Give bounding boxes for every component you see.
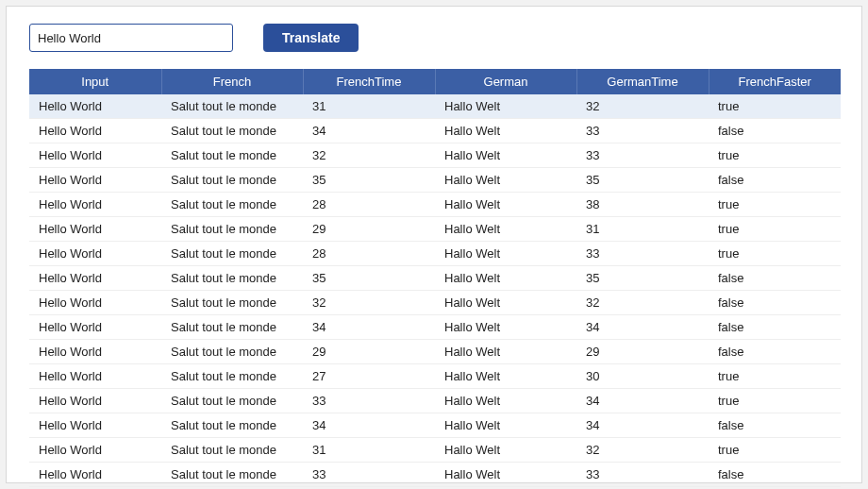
cell-german: Hallo Welt bbox=[435, 193, 576, 217]
cell-german: Hallo Welt bbox=[435, 413, 576, 438]
table-row[interactable]: Hello WorldSalut tout le monde34Hallo We… bbox=[29, 413, 841, 438]
table-row[interactable]: Hello WorldSalut tout le monde34Hallo We… bbox=[29, 315, 841, 340]
cell-germantime: 35 bbox=[576, 266, 709, 291]
cell-french: Salut tout le monde bbox=[161, 119, 303, 143]
cell-input: Hello World bbox=[29, 168, 161, 193]
cell-input: Hello World bbox=[29, 266, 161, 291]
header-german[interactable]: German bbox=[435, 69, 576, 94]
cell-germantime: 35 bbox=[576, 168, 709, 193]
cell-germantime: 33 bbox=[576, 463, 709, 487]
cell-frenchtime: 34 bbox=[303, 413, 435, 438]
table-row[interactable]: Hello WorldSalut tout le monde32Hallo We… bbox=[29, 291, 841, 315]
cell-french: Salut tout le monde bbox=[161, 463, 303, 487]
cell-input: Hello World bbox=[29, 119, 161, 143]
cell-frenchfaster: true bbox=[709, 438, 841, 463]
header-input[interactable]: Input bbox=[29, 69, 161, 94]
cell-frenchtime: 34 bbox=[303, 315, 435, 340]
cell-french: Salut tout le monde bbox=[161, 340, 303, 364]
header-french[interactable]: French bbox=[161, 69, 303, 94]
cell-input: Hello World bbox=[29, 389, 161, 413]
cell-french: Salut tout le monde bbox=[161, 193, 303, 217]
cell-frenchfaster: false bbox=[709, 315, 841, 340]
cell-german: Hallo Welt bbox=[435, 463, 576, 487]
cell-frenchtime: 28 bbox=[303, 193, 435, 217]
cell-frenchtime: 34 bbox=[303, 119, 435, 143]
cell-germantime: 34 bbox=[576, 315, 709, 340]
cell-french: Salut tout le monde bbox=[161, 315, 303, 340]
cell-input: Hello World bbox=[29, 413, 161, 438]
cell-frenchfaster: false bbox=[709, 119, 841, 143]
cell-frenchtime: 35 bbox=[303, 168, 435, 193]
table-row[interactable]: Hello WorldSalut tout le monde29Hallo We… bbox=[29, 217, 841, 242]
cell-input: Hello World bbox=[29, 143, 161, 168]
cell-french: Salut tout le monde bbox=[161, 94, 303, 119]
table-row[interactable]: Hello WorldSalut tout le monde35Hallo We… bbox=[29, 266, 841, 291]
cell-frenchtime: 33 bbox=[303, 463, 435, 487]
table-header-row: Input French FrenchTime German GermanTim… bbox=[29, 69, 841, 94]
cell-frenchfaster: false bbox=[709, 463, 841, 487]
cell-german: Hallo Welt bbox=[435, 291, 576, 315]
cell-french: Salut tout le monde bbox=[161, 168, 303, 193]
table-row[interactable]: Hello WorldSalut tout le monde28Hallo We… bbox=[29, 193, 841, 217]
cell-frenchfaster: true bbox=[709, 364, 841, 389]
cell-input: Hello World bbox=[29, 463, 161, 487]
table-row[interactable]: Hello WorldSalut tout le monde32Hallo We… bbox=[29, 143, 841, 168]
cell-germantime: 33 bbox=[576, 143, 709, 168]
cell-input: Hello World bbox=[29, 364, 161, 389]
cell-french: Salut tout le monde bbox=[161, 364, 303, 389]
cell-germantime: 29 bbox=[576, 340, 709, 364]
cell-french: Salut tout le monde bbox=[161, 242, 303, 266]
header-germantime[interactable]: GermanTime bbox=[576, 69, 709, 94]
cell-input: Hello World bbox=[29, 291, 161, 315]
cell-frenchfaster: false bbox=[709, 291, 841, 315]
cell-frenchtime: 29 bbox=[303, 217, 435, 242]
cell-french: Salut tout le monde bbox=[161, 266, 303, 291]
cell-germantime: 34 bbox=[576, 389, 709, 413]
cell-german: Hallo Welt bbox=[435, 315, 576, 340]
cell-input: Hello World bbox=[29, 217, 161, 242]
cell-germantime: 30 bbox=[576, 364, 709, 389]
cell-germantime: 32 bbox=[576, 291, 709, 315]
cell-french: Salut tout le monde bbox=[161, 413, 303, 438]
cell-frenchfaster: true bbox=[709, 242, 841, 266]
cell-frenchfaster: true bbox=[709, 193, 841, 217]
cell-german: Hallo Welt bbox=[435, 266, 576, 291]
cell-frenchfaster: false bbox=[709, 168, 841, 193]
cell-germantime: 31 bbox=[576, 217, 709, 242]
cell-french: Salut tout le monde bbox=[161, 438, 303, 463]
cell-input: Hello World bbox=[29, 315, 161, 340]
cell-frenchtime: 31 bbox=[303, 94, 435, 119]
cell-german: Hallo Welt bbox=[435, 168, 576, 193]
cell-frenchfaster: true bbox=[709, 143, 841, 168]
cell-french: Salut tout le monde bbox=[161, 217, 303, 242]
cell-germantime: 33 bbox=[576, 119, 709, 143]
cell-frenchtime: 27 bbox=[303, 364, 435, 389]
cell-frenchtime: 35 bbox=[303, 266, 435, 291]
cell-frenchfaster: false bbox=[709, 266, 841, 291]
cell-german: Hallo Welt bbox=[435, 242, 576, 266]
table-row[interactable]: Hello WorldSalut tout le monde28Hallo We… bbox=[29, 242, 841, 266]
cell-german: Hallo Welt bbox=[435, 340, 576, 364]
cell-german: Hallo Welt bbox=[435, 143, 576, 168]
source-text-input[interactable] bbox=[29, 24, 233, 52]
cell-german: Hallo Welt bbox=[435, 119, 576, 143]
table-row[interactable]: Hello WorldSalut tout le monde27Hallo We… bbox=[29, 364, 841, 389]
table-row[interactable]: Hello WorldSalut tout le monde33Hallo We… bbox=[29, 389, 841, 413]
translate-button[interactable]: Translate bbox=[263, 24, 359, 52]
cell-frenchfaster: false bbox=[709, 413, 841, 438]
table-row[interactable]: Hello WorldSalut tout le monde31Hallo We… bbox=[29, 438, 841, 463]
table-row[interactable]: Hello WorldSalut tout le monde29Hallo We… bbox=[29, 340, 841, 364]
cell-frenchfaster: true bbox=[709, 389, 841, 413]
cell-german: Hallo Welt bbox=[435, 217, 576, 242]
results-table: Input French FrenchTime German GermanTim… bbox=[29, 69, 841, 487]
header-frenchtime[interactable]: FrenchTime bbox=[303, 69, 435, 94]
cell-frenchfaster: true bbox=[709, 94, 841, 119]
table-row[interactable]: Hello WorldSalut tout le monde31Hallo We… bbox=[29, 94, 841, 119]
table-row[interactable]: Hello WorldSalut tout le monde35Hallo We… bbox=[29, 168, 841, 193]
cell-input: Hello World bbox=[29, 242, 161, 266]
table-row[interactable]: Hello WorldSalut tout le monde33Hallo We… bbox=[29, 463, 841, 487]
table-row[interactable]: Hello WorldSalut tout le monde34Hallo We… bbox=[29, 119, 841, 143]
cell-french: Salut tout le monde bbox=[161, 143, 303, 168]
cell-german: Hallo Welt bbox=[435, 389, 576, 413]
header-frenchfaster[interactable]: FrenchFaster bbox=[709, 69, 841, 94]
